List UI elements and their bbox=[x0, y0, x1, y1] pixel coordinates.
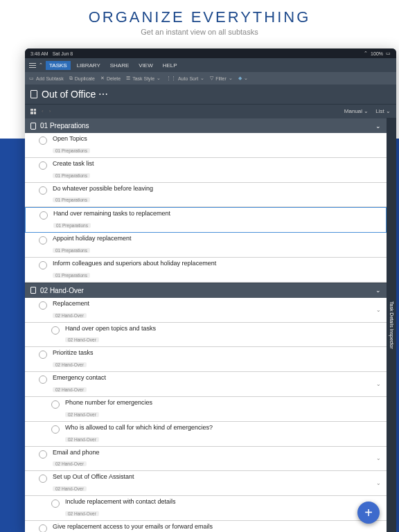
battery-icon: ▭ bbox=[386, 51, 391, 56]
status-date: Sat Jun 8 bbox=[53, 51, 73, 56]
task-row[interactable]: Prioritize tasks02 Hand-Over bbox=[25, 347, 387, 372]
title-bar: Out of Office ⋯ bbox=[25, 85, 396, 104]
nav-next-icon[interactable]: › bbox=[49, 108, 51, 114]
task-style-button[interactable]: ☰Task Style⌄ bbox=[126, 76, 161, 81]
folder-icon bbox=[30, 287, 36, 294]
task-row[interactable]: Give replacement access to your emails o… bbox=[25, 521, 387, 532]
checkbox-circle[interactable] bbox=[39, 475, 47, 483]
checkbox-circle[interactable] bbox=[39, 186, 47, 195]
task-tag: 02 Hand-Over bbox=[65, 412, 99, 417]
task-tag: 01 Preparations bbox=[53, 173, 90, 178]
checkbox-circle[interactable] bbox=[39, 136, 47, 145]
task-title: Include replacement with contact details bbox=[65, 498, 381, 506]
checkbox-circle[interactable] bbox=[39, 236, 47, 245]
checkbox-circle[interactable] bbox=[39, 524, 47, 532]
section-header[interactable]: 01 Preparations⌄ bbox=[25, 118, 387, 133]
duplicate-button[interactable]: ⧉Duplicate bbox=[69, 76, 95, 81]
menu-help[interactable]: HELP bbox=[159, 61, 181, 70]
add-button[interactable]: + bbox=[357, 502, 380, 524]
delete-button[interactable]: ✕Delete bbox=[100, 76, 121, 81]
task-row[interactable]: Appoint holiday replacement01 Preparatio… bbox=[25, 233, 387, 258]
task-title: Hand over open topics and tasks bbox=[65, 325, 381, 332]
checkbox-circle[interactable] bbox=[51, 499, 60, 508]
task-tag: 02 Hand-Over bbox=[65, 511, 99, 516]
checkbox-circle[interactable] bbox=[51, 425, 60, 434]
wifi-icon: ⌃ bbox=[364, 51, 368, 56]
task-row[interactable]: Set up Out of Office Assistant02 Hand-Ov… bbox=[25, 471, 387, 496]
task-title: Prioritize tasks bbox=[53, 349, 381, 357]
task-tag: 02 Hand-Over bbox=[65, 437, 99, 442]
task-row[interactable]: Hand over open topics and tasks02 Hand-O… bbox=[25, 323, 387, 348]
task-tag: 02 Hand-Over bbox=[53, 461, 87, 466]
task-list[interactable]: 01 Preparations⌄Open Topics01 Preparatio… bbox=[25, 118, 387, 532]
checkbox-circle[interactable] bbox=[51, 400, 60, 409]
task-tag: 01 Preparations bbox=[53, 197, 90, 202]
chevron-down-icon[interactable]: ⌄ bbox=[376, 381, 381, 387]
task-title: Phone number for emergencies bbox=[65, 399, 381, 407]
menu-tasks[interactable]: TASKS bbox=[46, 61, 71, 70]
status-time: 3:48 AM bbox=[30, 51, 48, 56]
task-title: Do whatever possible before leaving bbox=[53, 185, 381, 193]
checkbox-circle[interactable] bbox=[39, 261, 47, 269]
section-title: 02 Hand-Over bbox=[40, 287, 84, 294]
promo-subtitle: Get an instant view on all subtasks bbox=[0, 28, 399, 36]
checkbox-circle[interactable] bbox=[39, 211, 48, 220]
list-toggle[interactable]: List ⌄ bbox=[375, 108, 391, 114]
task-row[interactable]: Open Topics01 Preparations bbox=[25, 133, 387, 158]
task-row[interactable]: Who is allowed to call for which kind of… bbox=[25, 422, 387, 447]
chevron-down-icon[interactable]: ⌄ bbox=[376, 480, 381, 486]
task-title: Emergency contact bbox=[53, 374, 373, 382]
folder-icon bbox=[30, 123, 36, 130]
menu-share[interactable]: SHARE bbox=[107, 61, 133, 70]
checkbox-circle[interactable] bbox=[39, 301, 47, 310]
menu-library[interactable]: LIBRARY bbox=[73, 61, 104, 70]
task-title: Create task list bbox=[53, 160, 381, 168]
task-row[interactable]: Create task list01 Preparations bbox=[25, 158, 387, 183]
task-row[interactable]: Hand over remaining tasks to replacement… bbox=[25, 207, 387, 233]
add-subtask-button[interactable]: ▭Add Subtask bbox=[29, 76, 64, 81]
nav-prev-icon[interactable]: ‹ bbox=[42, 108, 44, 114]
checkbox-circle[interactable] bbox=[39, 375, 47, 384]
task-tag: 02 Hand-Over bbox=[53, 313, 87, 318]
grid-view-icon[interactable] bbox=[30, 109, 36, 114]
title-more-icon[interactable]: ⋯ bbox=[98, 89, 108, 100]
section-header[interactable]: 02 Hand-Over⌄ bbox=[25, 283, 387, 298]
promo-title: ORGANIZE EVERYTHING bbox=[0, 8, 399, 26]
checkbox-circle[interactable] bbox=[39, 351, 47, 359]
section-title: 01 Preparations bbox=[40, 122, 89, 130]
task-title: Hand over remaining tasks to replacement bbox=[53, 210, 380, 218]
checkbox-circle[interactable] bbox=[51, 326, 60, 335]
menu-bar: ⌃ TASKS LIBRARY SHARE VIEW HELP bbox=[25, 58, 396, 72]
task-row[interactable]: Do whatever possible before leaving01 Pr… bbox=[25, 183, 387, 208]
task-title: Give replacement access to your emails o… bbox=[53, 523, 381, 531]
task-tag: 01 Preparations bbox=[53, 273, 90, 278]
task-tag: 02 Hand-Over bbox=[53, 387, 87, 392]
task-tag: 02 Hand-Over bbox=[65, 337, 99, 342]
menu-view[interactable]: VIEW bbox=[135, 61, 156, 70]
task-title: Open Topics bbox=[53, 135, 381, 143]
subnav: ‹ › Manual ⌄ List ⌄ bbox=[25, 104, 396, 118]
task-row[interactable]: Inform colleagues and superiors about ho… bbox=[25, 258, 387, 283]
task-tag: 01 Preparations bbox=[53, 148, 90, 153]
task-title: Set up Out of Office Assistant bbox=[53, 473, 373, 481]
task-row[interactable]: Email and phone02 Hand-Over⌄ bbox=[25, 447, 387, 472]
task-row[interactable]: Emergency contact02 Hand-Over⌄ bbox=[25, 372, 387, 397]
app-window: 3:48 AM Sat Jun 8 ⌃ 100% ▭ ⌃ TASKS LIBRA… bbox=[25, 48, 396, 532]
chevron-down-icon[interactable]: ⌄ bbox=[376, 307, 381, 313]
chevron-down-icon[interactable]: ⌄ bbox=[376, 455, 381, 461]
task-row[interactable]: Include replacement with contact details… bbox=[25, 496, 387, 521]
hamburger-icon[interactable] bbox=[29, 63, 36, 68]
status-bar: 3:48 AM Sat Jun 8 ⌃ 100% ▭ bbox=[25, 48, 396, 58]
filter-button[interactable]: ▽Filter⌄ bbox=[210, 76, 233, 81]
up-icon[interactable]: ⌃ bbox=[39, 62, 43, 68]
task-row[interactable]: Phone number for emergencies02 Hand-Over bbox=[25, 397, 387, 422]
checkbox-circle[interactable] bbox=[39, 161, 47, 170]
inspector-panel[interactable]: Task Details Inspector bbox=[387, 118, 396, 532]
color-button[interactable]: ◆⌄ bbox=[238, 76, 248, 81]
checkbox-circle[interactable] bbox=[39, 450, 47, 459]
task-title: Who is allowed to call for which kind of… bbox=[65, 424, 381, 432]
auto-sort-button[interactable]: ⋮⋮Auto Sort⌄ bbox=[166, 76, 204, 81]
page-title: Out of Office bbox=[42, 89, 96, 100]
manual-toggle[interactable]: Manual ⌄ bbox=[344, 108, 369, 114]
task-row[interactable]: Replacement02 Hand-Over⌄ bbox=[25, 298, 387, 323]
